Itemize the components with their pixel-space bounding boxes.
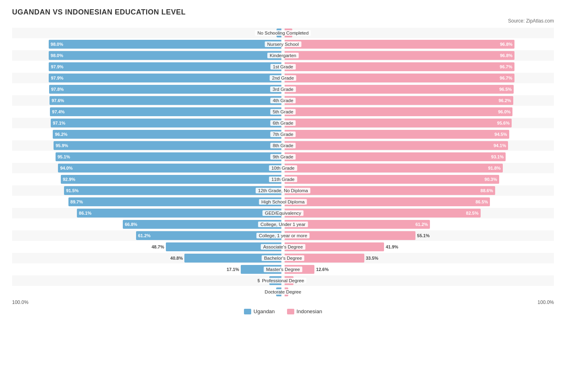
- bar-row: 86.1%GED/Equivalency82.5%: [12, 208, 554, 218]
- bar-row: 61.2%College, 1 year or more55.1%: [12, 230, 554, 241]
- left-value: 91.5%: [66, 188, 78, 193]
- left-value: 98.0%: [51, 42, 63, 47]
- right-value: 94.1%: [494, 143, 506, 148]
- indonesian-bar: 82.5%: [285, 209, 481, 218]
- left-value: 97.8%: [51, 87, 64, 92]
- indonesian-bar: 94.5%: [285, 130, 509, 139]
- indonesian-bar: 96.0%: [285, 107, 512, 116]
- category-label: 8th Grade: [270, 143, 295, 148]
- right-value: 88.6%: [481, 188, 493, 193]
- bar-row: 95.9%8th Grade94.1%: [12, 140, 554, 151]
- bar-row: 48.7%Associate's Degree41.9%: [12, 242, 554, 252]
- category-label: College, Under 1 year: [258, 222, 308, 227]
- category-label: Master's Degree: [264, 267, 302, 272]
- right-value: 96.0%: [498, 109, 510, 114]
- category-label: 3rd Grade: [270, 86, 296, 92]
- category-label: 2nd Grade: [270, 75, 296, 81]
- indonesian-bar: 88.6%: [285, 186, 495, 195]
- ugandan-bar: 97.6%: [50, 96, 281, 105]
- category-label: No Schooling Completed: [255, 30, 311, 36]
- right-value: 96.2%: [498, 98, 511, 103]
- right-value: 33.5%: [366, 256, 378, 261]
- right-value: 95.6%: [497, 121, 510, 125]
- right-value: 41.9%: [386, 244, 398, 249]
- ugandan-color-swatch: [244, 309, 251, 314]
- category-label: 10th Grade: [269, 165, 297, 171]
- indonesian-bar: 90.3%: [285, 175, 499, 184]
- bar-row: 98.0%Kindergarten96.8%: [12, 50, 554, 61]
- indonesian-bar: 96.5%: [285, 85, 514, 94]
- bar-row: 5.1%Professional Degree3.7%: [12, 275, 554, 286]
- left-value: 61.2%: [138, 233, 151, 238]
- category-label: 1st Grade: [271, 64, 296, 70]
- bar-row: 91.5%12th Grade, No Diploma88.6%: [12, 185, 554, 196]
- bar-row: 97.9%2nd Grade96.7%: [12, 73, 554, 83]
- bar-row: 17.1%Master's Degree12.6%: [12, 264, 554, 275]
- left-value: 48.7%: [151, 244, 164, 249]
- bar-row: 95.1%9th Grade93.1%: [12, 152, 554, 162]
- bar-row: 98.0%Nursery School96.8%: [12, 39, 554, 49]
- right-value: 91.8%: [488, 166, 500, 170]
- ugandan-bar: 91.5%: [64, 186, 281, 195]
- right-value: 96.7%: [500, 76, 512, 80]
- left-value: 66.8%: [125, 222, 137, 227]
- category-label: Associate's Degree: [261, 244, 306, 250]
- indonesian-bar: 96.7%: [285, 74, 514, 82]
- category-label: Professional Degree: [260, 278, 306, 283]
- indonesian-bar: 93.1%: [285, 152, 506, 161]
- indonesian-legend-label: Indonesian: [297, 308, 322, 314]
- ugandan-bar: 95.1%: [56, 152, 281, 161]
- ugandan-bar: 98.0%: [49, 51, 281, 60]
- indonesian-bar: 96.7%: [285, 62, 514, 71]
- bar-row: 96.2%7th Grade94.5%: [12, 129, 554, 140]
- indonesian-bar: 96.8%: [285, 40, 514, 49]
- category-label: College, 1 year or more: [256, 233, 310, 238]
- ugandan-bar: 92.9%: [61, 175, 281, 184]
- ugandan-bar: 66.8%: [123, 220, 281, 229]
- bar-row: 97.9%1st Grade96.7%: [12, 62, 554, 72]
- ugandan-bar: 98.0%: [49, 40, 281, 49]
- ugandan-bar: 94.0%: [58, 164, 281, 172]
- ugandan-bar: 95.9%: [54, 141, 281, 150]
- left-value: 95.1%: [58, 154, 70, 159]
- axis-right: 100.0%: [283, 300, 554, 305]
- right-value: 94.5%: [494, 132, 507, 137]
- category-label: 5th Grade: [270, 109, 295, 115]
- bar-row: 89.7%High School Diploma86.5%: [12, 197, 554, 207]
- ugandan-bar: 86.1%: [77, 209, 281, 218]
- right-value: 55.1%: [417, 233, 430, 238]
- ugandan-bar: 97.4%: [50, 107, 281, 116]
- left-value: 86.1%: [79, 211, 91, 215]
- category-label: Nursery School: [265, 41, 302, 47]
- indonesian-bar: 94.1%: [285, 141, 508, 150]
- left-value: 17.1%: [227, 267, 239, 272]
- indonesian-bar: 91.8%: [285, 164, 503, 172]
- bar-row: 2.0%No Schooling Completed3.2%: [12, 28, 554, 38]
- indonesian-bar: 96.8%: [285, 51, 514, 60]
- category-label: 4th Grade: [270, 98, 295, 103]
- right-value: 96.7%: [500, 64, 512, 69]
- category-label: 12th Grade, No Diploma: [256, 188, 310, 193]
- left-value: 92.9%: [63, 177, 75, 182]
- category-label: Doctorate Degree: [262, 289, 304, 295]
- bar-row: 40.8%Bachelor's Degree33.5%: [12, 253, 554, 263]
- category-label: GED/Equivalency: [262, 210, 304, 216]
- bar-row: 92.9%11th Grade90.3%: [12, 174, 554, 185]
- left-value: 98.0%: [51, 53, 63, 58]
- left-value: 97.9%: [51, 64, 63, 69]
- right-value: 61.2%: [415, 222, 428, 227]
- left-value: 97.9%: [51, 76, 63, 80]
- bar-row: 94.0%10th Grade91.8%: [12, 163, 554, 173]
- left-value: 94.0%: [60, 166, 72, 170]
- category-label: 6th Grade: [270, 120, 295, 126]
- ugandan-bar: 96.2%: [53, 130, 281, 139]
- bar-row: 97.1%6th Grade95.6%: [12, 118, 554, 128]
- ugandan-bar: 97.9%: [49, 74, 281, 82]
- right-value: 82.5%: [466, 211, 479, 215]
- right-value: 96.5%: [499, 87, 512, 92]
- left-value: 97.4%: [52, 109, 64, 114]
- right-value: 86.5%: [475, 199, 488, 204]
- ugandan-bar: 97.1%: [51, 119, 281, 127]
- source-label: Source: ZipAtlas.com: [12, 18, 554, 24]
- right-value: 93.1%: [491, 154, 504, 159]
